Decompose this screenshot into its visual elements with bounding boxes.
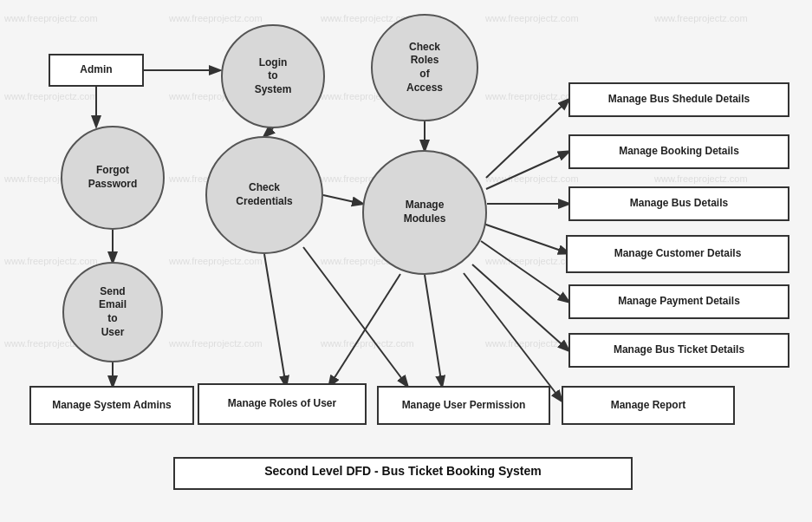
svg-line-15 (464, 273, 562, 401)
manage-customer-node: Manage Customer Details (566, 235, 789, 273)
send-email-node: SendEmailtoUser (62, 262, 163, 362)
svg-line-12 (484, 224, 568, 253)
svg-line-1 (264, 128, 273, 136)
manage-roles-node: Manage Roles of User (198, 383, 367, 425)
svg-line-14 (472, 264, 568, 350)
manage-payment-node: Manage Payment Details (568, 284, 789, 319)
forgot-password-node: ForgotPassword (61, 126, 165, 230)
manage-booking-node: Manage Booking Details (568, 134, 789, 169)
manage-user-permission-node: Manage User Permission (377, 386, 550, 425)
manage-bus-node: Manage Bus Details (568, 186, 789, 221)
check-credentials-node: CheckCredentials (205, 136, 323, 254)
svg-line-8 (425, 275, 442, 386)
check-roles-node: CheckRolesofAccess (371, 14, 478, 121)
manage-sys-admins-node: Manage System Admins (29, 386, 194, 425)
svg-line-10 (486, 152, 568, 189)
login-node: LogintoSystem (221, 24, 325, 128)
svg-line-16 (264, 254, 286, 386)
svg-line-9 (486, 100, 568, 178)
svg-line-17 (303, 247, 407, 386)
svg-line-6 (323, 195, 362, 204)
manage-report-node: Manage Report (562, 386, 735, 425)
admin-node: Admin (49, 54, 144, 87)
manage-modules-node: ManageModules (362, 150, 487, 275)
manage-bus-schedule-node: Manage Bus Shedule Details (568, 82, 789, 117)
diagram-container: www.freeprojectz.com www.freeprojectz.co… (0, 0, 812, 522)
manage-ticket-node: Manage Bus Ticket Details (568, 333, 789, 368)
diagram-title: Second Level DFD - Bus Ticket Booking Sy… (173, 457, 633, 490)
svg-line-13 (481, 241, 568, 302)
